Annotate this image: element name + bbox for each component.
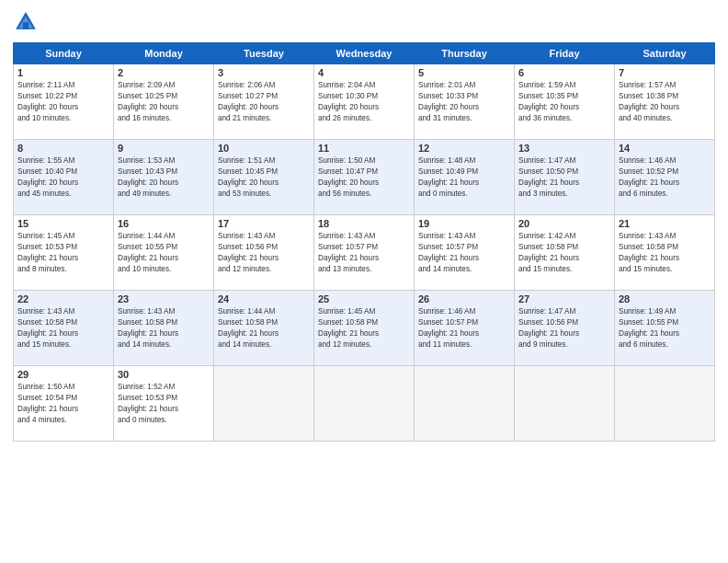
day-number-9: 9 — [118, 143, 210, 154]
day-number-13: 13 — [518, 143, 610, 154]
day-number-24: 24 — [218, 293, 310, 304]
day-info-24: Sunrise: 1:44 AM Sunset: 10:58 PM Daylig… — [218, 306, 310, 350]
calendar-cell-19: 19Sunrise: 1:43 AM Sunset: 10:57 PM Dayl… — [415, 215, 515, 291]
calendar-cell-empty — [415, 366, 515, 442]
calendar-cell-9: 9Sunrise: 1:53 AM Sunset: 10:43 PM Dayli… — [114, 140, 214, 215]
day-info-2: Sunrise: 2:09 AM Sunset: 10:25 PM Daylig… — [118, 80, 210, 124]
calendar-week-2: 8Sunrise: 1:55 AM Sunset: 10:40 PM Dayli… — [14, 140, 715, 215]
day-info-5: Sunrise: 2:01 AM Sunset: 10:33 PM Daylig… — [418, 80, 510, 124]
day-info-18: Sunrise: 1:43 AM Sunset: 10:57 PM Daylig… — [318, 231, 410, 275]
col-wednesday: Wednesday — [314, 43, 415, 64]
day-info-25: Sunrise: 1:45 AM Sunset: 10:58 PM Daylig… — [318, 306, 410, 350]
calendar-week-3: 15Sunrise: 1:45 AM Sunset: 10:53 PM Dayl… — [14, 215, 715, 291]
day-number-27: 27 — [518, 293, 610, 304]
day-info-14: Sunrise: 1:46 AM Sunset: 10:52 PM Daylig… — [619, 155, 711, 200]
day-info-4: Sunrise: 2:04 AM Sunset: 10:30 PM Daylig… — [318, 80, 410, 124]
day-info-11: Sunrise: 1:50 AM Sunset: 10:47 PM Daylig… — [318, 155, 410, 200]
calendar-cell-empty — [314, 366, 415, 442]
day-number-11: 11 — [318, 143, 410, 154]
calendar-cell-25: 25Sunrise: 1:45 AM Sunset: 10:58 PM Dayl… — [314, 291, 415, 366]
day-number-16: 16 — [118, 218, 210, 229]
col-tuesday: Tuesday — [214, 43, 314, 64]
calendar-table: Sunday Monday Tuesday Wednesday Thursday… — [13, 42, 715, 442]
calendar-cell-14: 14Sunrise: 1:46 AM Sunset: 10:52 PM Dayl… — [615, 140, 715, 215]
calendar-week-1: 1Sunrise: 2:11 AM Sunset: 10:22 PM Dayli… — [14, 64, 715, 140]
calendar-week-5: 29Sunrise: 1:50 AM Sunset: 10:54 PM Dayl… — [14, 366, 715, 442]
calendar-cell-27: 27Sunrise: 1:47 AM Sunset: 10:56 PM Dayl… — [515, 291, 615, 366]
day-info-20: Sunrise: 1:42 AM Sunset: 10:58 PM Daylig… — [518, 231, 610, 275]
day-info-15: Sunrise: 1:45 AM Sunset: 10:53 PM Daylig… — [17, 231, 109, 275]
day-info-21: Sunrise: 1:43 AM Sunset: 10:58 PM Daylig… — [619, 231, 711, 275]
day-number-10: 10 — [218, 143, 310, 154]
day-info-23: Sunrise: 1:43 AM Sunset: 10:58 PM Daylig… — [118, 306, 210, 350]
day-number-17: 17 — [218, 218, 310, 229]
day-number-18: 18 — [318, 218, 410, 229]
day-info-16: Sunrise: 1:44 AM Sunset: 10:55 PM Daylig… — [118, 231, 210, 275]
day-info-13: Sunrise: 1:47 AM Sunset: 10:50 PM Daylig… — [518, 155, 610, 200]
calendar-cell-21: 21Sunrise: 1:43 AM Sunset: 10:58 PM Dayl… — [615, 215, 715, 291]
day-number-15: 15 — [17, 218, 109, 229]
col-friday: Friday — [515, 43, 615, 64]
day-info-8: Sunrise: 1:55 AM Sunset: 10:40 PM Daylig… — [17, 155, 109, 200]
day-number-30: 30 — [118, 369, 210, 380]
col-monday: Monday — [114, 43, 214, 64]
calendar-cell-20: 20Sunrise: 1:42 AM Sunset: 10:58 PM Dayl… — [515, 215, 615, 291]
day-info-19: Sunrise: 1:43 AM Sunset: 10:57 PM Daylig… — [418, 231, 510, 275]
calendar-cell-2: 2Sunrise: 2:09 AM Sunset: 10:25 PM Dayli… — [114, 64, 214, 140]
calendar-cell-7: 7Sunrise: 1:57 AM Sunset: 10:38 PM Dayli… — [615, 64, 715, 140]
day-info-28: Sunrise: 1:49 AM Sunset: 10:55 PM Daylig… — [619, 306, 711, 350]
calendar-cell-29: 29Sunrise: 1:50 AM Sunset: 10:54 PM Dayl… — [14, 366, 114, 442]
day-info-30: Sunrise: 1:52 AM Sunset: 10:53 PM Daylig… — [118, 382, 210, 426]
calendar-cell-28: 28Sunrise: 1:49 AM Sunset: 10:55 PM Dayl… — [615, 291, 715, 366]
calendar-cell-24: 24Sunrise: 1:44 AM Sunset: 10:58 PM Dayl… — [214, 291, 314, 366]
calendar-cell-17: 17Sunrise: 1:43 AM Sunset: 10:56 PM Dayl… — [214, 215, 314, 291]
day-info-26: Sunrise: 1:46 AM Sunset: 10:57 PM Daylig… — [418, 306, 510, 350]
calendar-cell-18: 18Sunrise: 1:43 AM Sunset: 10:57 PM Dayl… — [314, 215, 415, 291]
calendar-cell-empty — [515, 366, 615, 442]
day-number-8: 8 — [17, 143, 109, 154]
calendar-cell-4: 4Sunrise: 2:04 AM Sunset: 10:30 PM Dayli… — [314, 64, 415, 140]
col-thursday: Thursday — [415, 43, 515, 64]
calendar-cell-15: 15Sunrise: 1:45 AM Sunset: 10:53 PM Dayl… — [14, 215, 114, 291]
calendar-cell-6: 6Sunrise: 1:59 AM Sunset: 10:35 PM Dayli… — [515, 64, 615, 140]
col-saturday: Saturday — [615, 43, 715, 64]
calendar-cell-empty — [615, 366, 715, 442]
day-number-23: 23 — [118, 293, 210, 304]
calendar-cell-8: 8Sunrise: 1:55 AM Sunset: 10:40 PM Dayli… — [14, 140, 114, 215]
day-number-12: 12 — [418, 143, 510, 154]
calendar-week-4: 22Sunrise: 1:43 AM Sunset: 10:58 PM Dayl… — [14, 291, 715, 366]
day-number-19: 19 — [418, 218, 510, 229]
day-number-26: 26 — [418, 293, 510, 304]
calendar-cell-30: 30Sunrise: 1:52 AM Sunset: 10:53 PM Dayl… — [114, 366, 214, 442]
day-number-14: 14 — [619, 143, 711, 154]
day-info-22: Sunrise: 1:43 AM Sunset: 10:58 PM Daylig… — [17, 306, 109, 350]
day-number-21: 21 — [619, 218, 711, 229]
day-info-3: Sunrise: 2:06 AM Sunset: 10:27 PM Daylig… — [218, 80, 310, 124]
day-info-27: Sunrise: 1:47 AM Sunset: 10:56 PM Daylig… — [518, 306, 610, 350]
day-info-6: Sunrise: 1:59 AM Sunset: 10:35 PM Daylig… — [518, 80, 610, 124]
day-number-28: 28 — [619, 293, 711, 304]
calendar-cell-26: 26Sunrise: 1:46 AM Sunset: 10:57 PM Dayl… — [415, 291, 515, 366]
calendar-cell-11: 11Sunrise: 1:50 AM Sunset: 10:47 PM Dayl… — [314, 140, 415, 215]
col-sunday: Sunday — [14, 43, 114, 64]
calendar-cell-22: 22Sunrise: 1:43 AM Sunset: 10:58 PM Dayl… — [14, 291, 114, 366]
calendar-cell-1: 1Sunrise: 2:11 AM Sunset: 10:22 PM Dayli… — [14, 64, 114, 140]
day-info-1: Sunrise: 2:11 AM Sunset: 10:22 PM Daylig… — [17, 80, 109, 124]
day-number-3: 3 — [218, 67, 310, 78]
day-info-10: Sunrise: 1:51 AM Sunset: 10:45 PM Daylig… — [218, 155, 310, 200]
day-info-17: Sunrise: 1:43 AM Sunset: 10:56 PM Daylig… — [218, 231, 310, 275]
calendar-cell-3: 3Sunrise: 2:06 AM Sunset: 10:27 PM Dayli… — [214, 64, 314, 140]
header — [13, 9, 715, 35]
day-number-1: 1 — [17, 67, 109, 78]
day-number-22: 22 — [17, 293, 109, 304]
svg-rect-2 — [23, 22, 28, 29]
calendar-cell-empty — [214, 366, 314, 442]
day-info-12: Sunrise: 1:48 AM Sunset: 10:49 PM Daylig… — [418, 155, 510, 200]
day-number-5: 5 — [418, 67, 510, 78]
page: Sunday Monday Tuesday Wednesday Thursday… — [0, 0, 728, 563]
day-number-29: 29 — [17, 369, 109, 380]
day-number-7: 7 — [619, 67, 711, 78]
logo — [13, 9, 42, 35]
day-info-7: Sunrise: 1:57 AM Sunset: 10:38 PM Daylig… — [619, 80, 711, 124]
day-info-9: Sunrise: 1:53 AM Sunset: 10:43 PM Daylig… — [118, 155, 210, 200]
